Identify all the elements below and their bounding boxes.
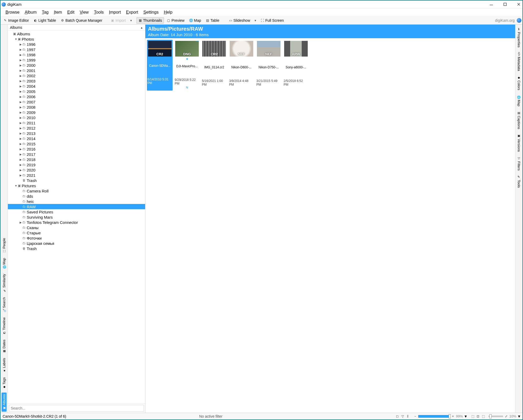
light-table-button[interactable]: ◐Light Table xyxy=(32,17,58,24)
twisty-icon[interactable]: ▶ xyxy=(19,64,23,67)
twisty-icon[interactable]: ▶ xyxy=(19,137,23,140)
tab-properties[interactable]: ℹProperties xyxy=(516,26,521,49)
digikam-org-link[interactable]: digiKam.org xyxy=(495,18,515,23)
tree-item-2020[interactable]: ▶🗀2020 xyxy=(8,167,145,173)
zoom-100-icon[interactable]: ⊡ xyxy=(476,414,480,418)
filter-funnel-icon[interactable]: ▽ xyxy=(400,414,405,418)
twisty-icon[interactable]: ▶ xyxy=(19,74,23,77)
menu-tools[interactable]: Tools xyxy=(92,9,106,15)
tree-item-фоточки[interactable]: 🗀Фоточки xyxy=(8,235,145,241)
twisty-icon[interactable]: ▼ xyxy=(14,184,18,187)
tab-colors[interactable]: ◆Colors xyxy=(516,74,521,92)
tree-item-2001[interactable]: ▶🗀2001 xyxy=(8,68,145,73)
twisty-icon[interactable]: ▶ xyxy=(19,69,23,72)
tree-item-2007[interactable]: ▶🗀2007 xyxy=(8,99,145,104)
slideshow-dropdown-icon[interactable]: ▼ xyxy=(253,19,258,22)
fit-window-icon[interactable]: ⬚ xyxy=(471,414,475,418)
twisty-icon[interactable]: ▶ xyxy=(19,85,23,88)
color-label-filter-icon[interactable]: ◻ xyxy=(395,414,399,418)
twisty-icon[interactable]: ▶ xyxy=(19,53,23,56)
thumb-expand-icon[interactable]: ⤢ xyxy=(504,414,508,418)
tab-metadata[interactable]: </>Metadata xyxy=(516,51,521,73)
tree-item-1997[interactable]: ▶🗀1997 xyxy=(8,47,145,52)
twisty-icon[interactable]: ▶ xyxy=(19,101,23,103)
tree-item-1999[interactable]: ▶🗀1999 xyxy=(8,57,145,63)
tree-item-2012[interactable]: ▶🗀2012 xyxy=(8,125,145,131)
twisty-icon[interactable]: ▶ xyxy=(19,43,23,46)
tree-item-2018[interactable]: ▶🗀2018 xyxy=(8,157,145,162)
map-view-button[interactable]: 🌐Map xyxy=(187,17,203,24)
tree-item-2011[interactable]: ▶🗀2011 xyxy=(8,120,145,125)
thumbnail-item[interactable]: 🌐DNG★DJI-MavicPro...9/29/2018 5:22 PMN xyxy=(174,40,200,91)
minimize-button[interactable] xyxy=(488,2,494,7)
menu-album[interactable]: Album xyxy=(22,9,39,15)
tree-item-2013[interactable]: ▶🗀2013 xyxy=(8,131,145,136)
tree-item-2004[interactable]: ▶🗀2004 xyxy=(8,84,145,89)
batch-queue-manager-button[interactable]: ⚙Batch Queue Manager xyxy=(59,17,104,24)
menu-browse[interactable]: Browse xyxy=(3,9,22,15)
menu-export[interactable]: Export xyxy=(124,9,140,15)
tree-item-heic[interactable]: 🗀heic xyxy=(8,199,145,204)
tab-labels[interactable]: ★Labels xyxy=(2,356,7,374)
tree-root-albums[interactable]: ▣Albums xyxy=(8,31,145,36)
tree-item-saved-pictures[interactable]: 🗀Saved Pictures xyxy=(8,209,145,214)
twisty-icon[interactable]: ▶ xyxy=(19,221,23,224)
zoom-percent-dropdown[interactable]: ▼ xyxy=(464,414,467,418)
tree-item-2017[interactable]: ▶🗀2017 xyxy=(8,152,145,157)
tree-item-photos[interactable]: ▼▣Photos xyxy=(8,36,145,42)
preview-view-button[interactable]: ▢Preview xyxy=(165,17,186,24)
tree-item-trash-photos[interactable]: 🗑Trash xyxy=(8,178,145,183)
thumb-size-slider[interactable] xyxy=(488,416,503,417)
menu-edit[interactable]: Edit xyxy=(65,9,77,15)
tab-captions[interactable]: ▤Captions xyxy=(516,109,521,131)
tree-item-2006[interactable]: ▶🗀2006 xyxy=(8,94,145,99)
zoom-out-icon[interactable]: − xyxy=(413,414,417,418)
tab-people[interactable]: ⬚People xyxy=(2,236,7,255)
twisty-icon[interactable]: ▶ xyxy=(19,163,23,166)
tab-dates[interactable]: ▦Dates xyxy=(2,338,7,355)
tree-item-2014[interactable]: ▶🗀2014 xyxy=(8,136,145,141)
menu-tag[interactable]: Tag xyxy=(40,9,51,15)
thumbnail-item[interactable]: NEFNikon-D600-...3/9/2014 4:48 PM xyxy=(229,40,254,91)
tree-item-2019[interactable]: ▶🗀2019 xyxy=(8,162,145,167)
tree-item-2016[interactable]: ▶🗀2016 xyxy=(8,146,145,152)
twisty-icon[interactable]: ▼ xyxy=(14,38,18,41)
twisty-icon[interactable]: ▶ xyxy=(19,158,23,161)
twisty-icon[interactable]: ▶ xyxy=(19,148,23,151)
zoom-in-icon[interactable]: + xyxy=(451,414,455,418)
thumbnail-grid[interactable]: CR2Canon-5DMa...6/14/2010 5:31 PM🌐DNG★DJ… xyxy=(145,38,515,413)
close-button[interactable] xyxy=(516,2,521,7)
twisty-icon[interactable]: ▶ xyxy=(19,80,23,82)
tree-item-raw[interactable]: 🗀RAW xyxy=(8,204,145,209)
tab-tags[interactable]: ◆Tags xyxy=(2,376,7,391)
tree-item-2015[interactable]: ▶🗀2015 xyxy=(8,141,145,146)
menu-settings[interactable]: Settings xyxy=(141,9,161,15)
tree-item-camera-roll[interactable]: 🗀Camera Roll xyxy=(8,188,145,194)
tab-search[interactable]: 🔍Search xyxy=(2,296,7,314)
tree-item-trash[interactable]: 🗑Trash xyxy=(8,246,145,251)
zoom-slider[interactable] xyxy=(418,415,450,418)
tab-map[interactable]: 🌐Map xyxy=(2,256,7,271)
tree-item-сканы[interactable]: 🗀Сканы xyxy=(8,225,145,230)
tree-item-старые[interactable]: 🗀Старые xyxy=(8,230,145,235)
import-dropdown-icon[interactable]: ▼ xyxy=(129,19,133,22)
twisty-icon[interactable]: ▶ xyxy=(19,153,23,156)
twisty-icon[interactable]: ▶ xyxy=(19,90,23,93)
tree-item-1996[interactable]: ▶🗀1996 xyxy=(8,42,145,47)
thumbnail-item[interactable]: NEFNikon-D750-...3/21/2015 5:49 PM xyxy=(256,40,282,91)
tree-item-pictures[interactable]: ▼▣Pictures xyxy=(8,183,145,188)
tab-albums[interactable]: ▣Albums xyxy=(2,393,7,412)
tab-tools[interactable]: ✎Tools xyxy=(516,174,521,189)
twisty-icon[interactable]: ▶ xyxy=(19,121,23,124)
fullscreen-button[interactable]: ⛶Full Screen xyxy=(259,17,286,24)
twisty-icon[interactable]: ▶ xyxy=(19,132,23,135)
twisty-icon[interactable]: ▶ xyxy=(19,111,23,114)
search-input[interactable] xyxy=(9,405,144,412)
tree-item-2009[interactable]: ▶🗀2009 xyxy=(8,110,145,115)
tree-item-2002[interactable]: ▶🗀2002 xyxy=(8,73,145,78)
tree-item-2010[interactable]: ▶🗀2010 xyxy=(8,115,145,120)
thumb-size-dropdown[interactable]: ▼ xyxy=(517,414,521,418)
thumbnail-item[interactable]: CR2IMG_0114.cr25/16/2021 1:00 PM xyxy=(201,40,227,91)
tree-item-2021[interactable]: ▶🗀2021 xyxy=(8,173,145,178)
twisty-icon[interactable]: ▶ xyxy=(19,95,23,98)
